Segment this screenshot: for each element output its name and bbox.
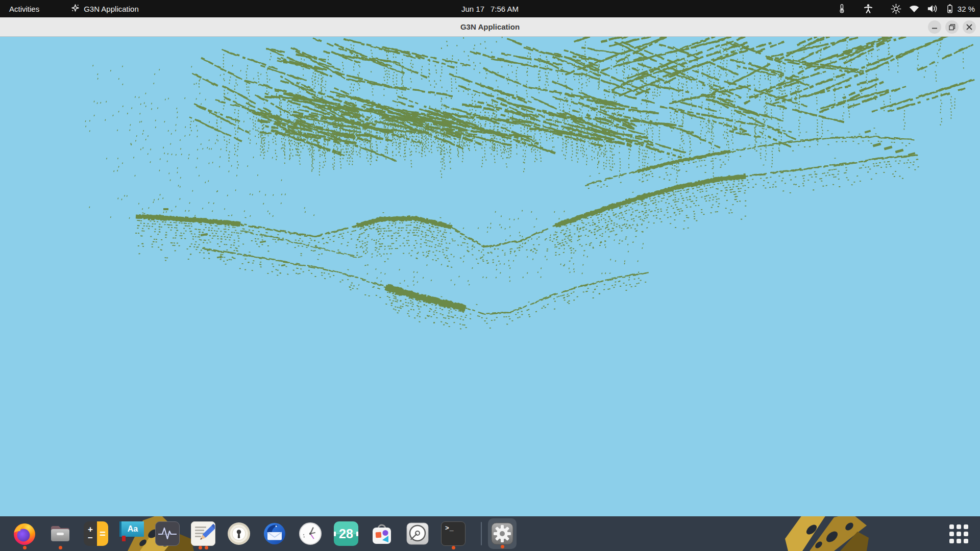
running-dots: [439, 546, 468, 549]
dock-item-terminal[interactable]: >_: [439, 517, 468, 550]
volume-icon: [927, 4, 938, 14]
app-indicator-button[interactable]: G3N Application: [71, 0, 139, 17]
calendar-icon: 28: [334, 521, 358, 546]
date-label: Jun 17: [461, 5, 484, 13]
g3n-viewport[interactable]: [0, 37, 980, 516]
close-button[interactable]: [963, 20, 976, 34]
firefox-icon: [12, 521, 37, 546]
running-dots: [189, 546, 217, 549]
disk-drive-icon: [405, 521, 430, 546]
dock-item-dictionary[interactable]: Aa: [117, 517, 146, 550]
gnome-top-bar: Activities G3N Application Jun 17 7:56 A…: [0, 0, 980, 17]
system-status-area[interactable]: 32 %: [837, 0, 975, 17]
dock-item-settings[interactable]: [488, 518, 517, 549]
dock-item-disks[interactable]: [403, 517, 432, 550]
calculator-icon: + − =: [84, 521, 108, 546]
sparkle-app-icon: [71, 4, 80, 14]
terrain-canvas[interactable]: [0, 37, 980, 516]
running-indicator-dot: [205, 546, 208, 549]
dock-separator: [481, 522, 482, 545]
dictionary-label: Aa: [119, 521, 144, 537]
thermometer-icon: [837, 3, 847, 14]
running-indicator-dot: [501, 545, 504, 548]
terminal-icon: >_: [441, 521, 465, 546]
activities-button[interactable]: Activities: [0, 0, 48, 17]
maximize-button[interactable]: [945, 20, 959, 34]
dock-item-calendar[interactable]: 28: [332, 517, 360, 550]
desktop: Activities G3N Application Jun 17 7:56 A…: [0, 0, 980, 551]
accessibility-icon: [863, 3, 873, 14]
plus-glyph: +: [88, 525, 93, 534]
software-bag-icon: [370, 521, 394, 546]
battery-percent-label: 32 %: [958, 5, 975, 13]
dock-item-clocks[interactable]: [296, 517, 325, 550]
dock-item-thunderbird[interactable]: [260, 517, 289, 550]
dock-item-files[interactable]: [46, 517, 75, 550]
clock-button[interactable]: Jun 17 7:56 AM: [461, 0, 519, 17]
running-indicator-dot: [59, 546, 62, 549]
waveform-icon: [155, 521, 180, 546]
running-dots: [10, 546, 39, 549]
dock-item-software-store[interactable]: [368, 517, 396, 550]
dock-item-firefox[interactable]: [10, 517, 39, 550]
battery-icon: [945, 3, 954, 14]
files-folder-icon: [48, 521, 72, 546]
running-indicator-dot: [23, 546, 27, 549]
dock-item-calculator[interactable]: + − =: [82, 517, 110, 550]
dock-item-system-monitor[interactable]: [153, 517, 182, 550]
time-label: 7:56 AM: [491, 5, 519, 13]
dock-item-password-manager[interactable]: [225, 517, 253, 550]
app-indicator-label: G3N Application: [84, 5, 139, 13]
brightness-icon: [891, 4, 901, 14]
thunderbird-icon: [262, 521, 287, 546]
clock-icon: [298, 521, 323, 546]
running-dots: [488, 545, 517, 548]
window-controls: [928, 20, 976, 34]
pencil-paper-icon: [191, 521, 215, 546]
running-indicator-dot: [452, 546, 455, 549]
terminal-prompt-glyph: >_: [445, 524, 454, 532]
show-apps-button[interactable]: [946, 521, 971, 546]
window-title: G3N Application: [460, 22, 520, 31]
wallpaper-gold-artwork: [785, 516, 871, 551]
dock-item-text-editor[interactable]: [189, 517, 217, 550]
dock: + − = Aa: [0, 516, 980, 551]
window-titlebar[interactable]: G3N Application: [0, 17, 980, 37]
running-dots: [46, 546, 75, 549]
minimize-button[interactable]: [928, 20, 941, 34]
minus-glyph: −: [88, 534, 93, 542]
wifi-icon: [909, 4, 920, 14]
bookmark-ribbon: [122, 536, 126, 537]
equals-glyph: =: [97, 521, 108, 546]
dictionary-book-icon: Aa: [119, 521, 144, 546]
show-apps-grid-icon: [949, 524, 954, 529]
keyhole-icon: [227, 521, 251, 546]
running-indicator-dot: [199, 546, 202, 549]
gear-icon: [490, 521, 514, 546]
